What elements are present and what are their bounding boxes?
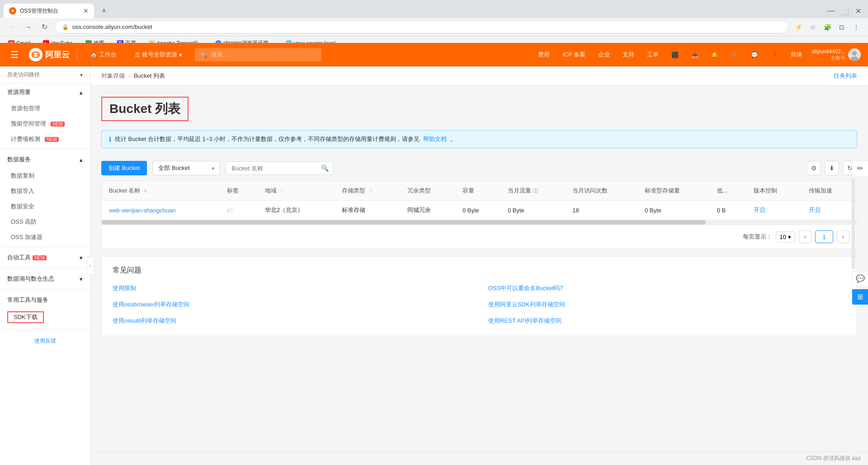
- sidebar-item-reserved-space[interactable]: 预留空间管理 NEW: [0, 116, 90, 132]
- info-icon-traffic[interactable]: ⓘ: [533, 188, 538, 193]
- minimize-button[interactable]: —: [825, 5, 837, 17]
- bucket-name-link[interactable]: web-wenjian-shangchuan: [109, 207, 175, 214]
- next-page-button[interactable]: ›: [837, 230, 849, 243]
- svg-point-5: [852, 51, 857, 56]
- sidebar-collapse-button[interactable]: ‹: [87, 257, 94, 275]
- task-list-button[interactable]: 任务列表: [834, 72, 857, 80]
- scrollbar-thumb: [102, 220, 706, 225]
- info-text: 统计 Bucket 合计数据，平均延迟 1~3 小时，不作为计量数据，仅作参考，…: [115, 135, 420, 143]
- prev-page-button[interactable]: ‹: [799, 230, 811, 243]
- account-icon: ☰: [135, 52, 140, 58]
- bookmark-button[interactable]: ☆: [807, 21, 819, 33]
- reload-button[interactable]: ↻: [38, 21, 51, 33]
- col-header-storage-type[interactable]: 存储类型 ▽: [335, 181, 400, 201]
- faq-link-ossutil[interactable]: 使用ossutil列举存储空间: [113, 315, 470, 327]
- menu-button[interactable]: ⋮: [850, 21, 863, 33]
- back-button[interactable]: ←: [5, 21, 18, 33]
- order-nav-item[interactable]: 工单: [643, 49, 662, 61]
- language-selector[interactable]: 简体: [787, 49, 806, 61]
- aliyun-logo[interactable]: 阿里云: [29, 48, 70, 61]
- browser-tab[interactable]: OSS管理控制台 ✕: [4, 4, 94, 18]
- breadcrumb-current: Bucket 列表: [134, 72, 165, 80]
- sidebar-section-data-services-header[interactable]: 数据服务 ▴: [0, 151, 90, 168]
- hamburger-button[interactable]: ☰: [7, 47, 22, 62]
- help-doc-link[interactable]: 帮助文档: [423, 135, 447, 143]
- extensions-button[interactable]: ⚡: [792, 21, 805, 33]
- icp-nav-item[interactable]: ICP 备案: [559, 49, 589, 61]
- faq-link-ossbrowser[interactable]: 使用ossbrowser列举存储空间: [113, 299, 470, 310]
- sidebar-history-item[interactable]: 历史访问路径 ▾: [0, 66, 90, 84]
- sidebar-section-resources-header[interactable]: 资源用量 ▴: [0, 84, 90, 101]
- new-tab-button[interactable]: +: [98, 5, 110, 17]
- sidebar-section-auto-tools-label: 自动工具: [7, 254, 31, 262]
- faq-link-usage-limits[interactable]: 使用限制: [113, 282, 470, 294]
- address-bar[interactable]: 🔒 oss.console.aliyun.com/bucket: [54, 20, 788, 33]
- feedback-link[interactable]: 使用反馈: [34, 338, 56, 344]
- col-header-region[interactable]: 地域 ▽: [258, 181, 335, 201]
- col-header-name[interactable]: Bucket 名称 ⇅: [102, 181, 220, 201]
- support-nav-item[interactable]: 支持: [619, 49, 638, 61]
- close-window-button[interactable]: ✕: [852, 5, 864, 17]
- cost-nav-item[interactable]: 费用: [534, 49, 553, 61]
- cell-tag: 🏷: [220, 201, 258, 220]
- col-header-low: 低...: [710, 181, 746, 201]
- sidebar-item-resource-pkg[interactable]: 资源包管理: [0, 101, 90, 116]
- sidebar-item-oss-accelerator[interactable]: OSS 加速器: [0, 230, 90, 245]
- right-panel-apps-button[interactable]: ⊞: [852, 289, 868, 305]
- user-profile-button[interactable]: aliyun44402... 主账号: [811, 48, 861, 61]
- version-control-link[interactable]: 开启: [754, 207, 765, 213]
- right-panel-edit-button[interactable]: ✏: [852, 160, 868, 177]
- transfer-link[interactable]: 开启: [809, 207, 821, 213]
- bucket-search-input[interactable]: [226, 162, 316, 174]
- sidebar-item-sdk-download[interactable]: SDK下载: [0, 309, 90, 326]
- create-bucket-button[interactable]: 创建 Bucket: [101, 161, 147, 175]
- sidebar-section-auto-tools-header[interactable]: 自动工具 NEW ▾: [0, 249, 90, 266]
- chevron-down-icon: ▾: [179, 52, 182, 58]
- bucket-search-button[interactable]: 🔍: [316, 162, 333, 174]
- sidebar-section-tools-header[interactable]: 常用工具与服务: [0, 291, 90, 309]
- maximize-button[interactable]: ⬜: [838, 5, 851, 17]
- breadcrumb-root[interactable]: 对象存储: [101, 72, 125, 80]
- filter-icon-region[interactable]: ▽: [280, 188, 284, 193]
- sidebar-item-data-replication[interactable]: 数据复制: [0, 168, 90, 183]
- sidebar-item-billing-check[interactable]: 计费项检测 NEW: [0, 132, 90, 147]
- faq-link-rest-api[interactable]: 使用REST API列举存储空间: [488, 315, 846, 327]
- tab-favicon: [9, 7, 16, 14]
- sidebar-section-datalake-label: 数据湖与数仓生态: [7, 275, 54, 283]
- tab-close-button[interactable]: ✕: [83, 7, 89, 14]
- toolbar-icon-2[interactable]: 📥: [688, 50, 702, 60]
- faq-link-rename-bucket[interactable]: OSS中可以重命名Bucket吗?: [488, 282, 846, 294]
- forward-button[interactable]: →: [22, 21, 34, 33]
- bucket-filter-select[interactable]: 全部 Bucket ▾: [152, 161, 220, 175]
- current-page-indicator[interactable]: 1: [815, 230, 833, 243]
- faq-link-aliyun-sdk[interactable]: 使用阿里云SDK列举存储空间: [488, 299, 846, 310]
- feedback-button[interactable]: 💬: [747, 50, 762, 60]
- nav-search-box[interactable]: 🔍 搜索...: [195, 48, 321, 61]
- table-horizontal-scrollbar[interactable]: [102, 220, 857, 225]
- bottom-bar: CSDN @清风微痕 aaa: [90, 451, 868, 465]
- tag-icon: 🏷: [227, 207, 232, 214]
- sort-icon[interactable]: ⇅: [144, 188, 147, 193]
- download-icon-button[interactable]: ⬇: [825, 161, 839, 175]
- settings-icon-button[interactable]: ⚙: [807, 161, 821, 175]
- notifications-button[interactable]: 🔔: [708, 50, 722, 60]
- sidebar-item-oss-ddos[interactable]: OSS 高防: [0, 214, 90, 230]
- cell-redundancy: 同城冗余: [400, 201, 455, 220]
- cell-traffic: 0 Byte: [500, 201, 565, 220]
- workbench-nav-item[interactable]: 🏠 工作台: [85, 49, 122, 61]
- help-button[interactable]: ❓: [767, 50, 782, 60]
- select-arrow-icon: ▾: [212, 166, 214, 171]
- toolbar-icon-1[interactable]: ⬛: [668, 50, 682, 60]
- sidebar-section-datalake-header[interactable]: 数据湖与数仓生态 ▾: [0, 270, 90, 287]
- filter-icon-storage[interactable]: ▽: [369, 188, 373, 193]
- per-page-select[interactable]: 10 ▾: [776, 231, 795, 243]
- sidebar-item-data-import[interactable]: 数据导入: [0, 183, 90, 199]
- shopping-cart-button[interactable]: 🛒: [727, 50, 742, 60]
- account-nav-item[interactable]: ☰ 账号全部资源 ▾: [129, 49, 188, 61]
- chevron-up-icon: ▴: [80, 89, 83, 96]
- right-panel-chat-button[interactable]: 💬: [852, 271, 868, 287]
- profile-button[interactable]: ⊡: [835, 21, 848, 33]
- sidebar-item-data-security[interactable]: 数据安全: [0, 199, 90, 214]
- enterprise-nav-item[interactable]: 企业: [594, 49, 613, 61]
- extensions-mgr-button[interactable]: 🧩: [821, 21, 834, 33]
